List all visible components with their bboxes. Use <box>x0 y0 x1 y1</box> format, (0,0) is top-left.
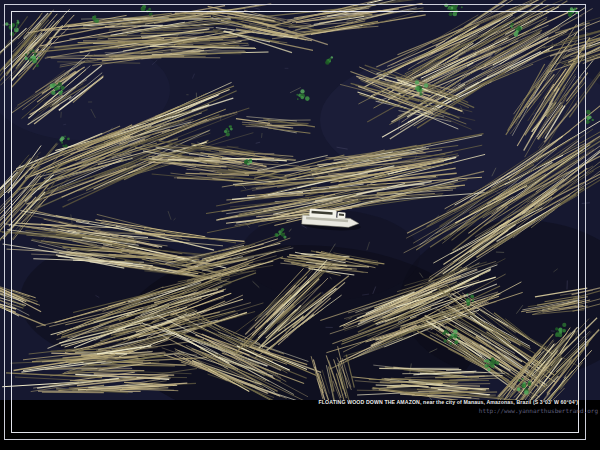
caption-title: FLOATING WOOD DOWN THE AMAZON, near the … <box>319 399 578 405</box>
caption-url: http://www.yannarthusbertrand.org <box>479 407 598 414</box>
wallpaper-container: FLOATING WOOD DOWN THE AMAZON, near the … <box>0 0 600 450</box>
photo-canvas <box>0 0 600 450</box>
